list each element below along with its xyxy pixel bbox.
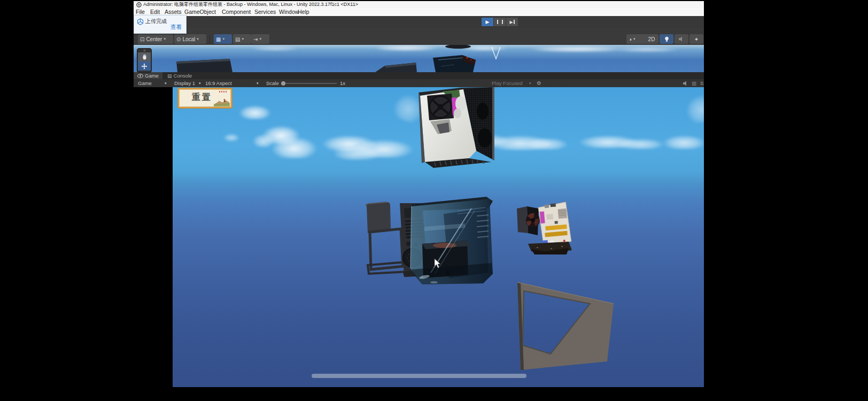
tab-game-label: Game [145, 73, 159, 79]
orientation-dropdown[interactable]: ⊙ Local ▾ [174, 34, 206, 44]
game-view-menu[interactable]: Game [138, 79, 152, 87]
tab-console[interactable]: ▤ Console [164, 72, 196, 79]
scene-3d-overview [134, 45, 704, 72]
step-button[interactable]: ▶ [506, 18, 518, 26]
cloud [253, 134, 274, 147]
display-dropdown[interactable]: Display 1 [174, 79, 195, 87]
game-view-icon [137, 74, 143, 78]
chevron-down-icon: ▾ [165, 79, 167, 87]
grid-snap-toggle[interactable]: ▦ ▾ [214, 34, 232, 44]
cloud [616, 138, 664, 149]
shaded-view-icon: ◑ [629, 36, 632, 42]
unity-window: Administrator: 电脑零件组装零件组装 - Backup - Win… [134, 1, 704, 387]
play-button[interactable]: ▶ [482, 18, 493, 26]
reset-button-label: 重置 [192, 92, 212, 103]
fan-and-motherboard[interactable] [513, 198, 577, 259]
window-titlebar[interactable]: Administrator: 电脑零件组装零件组装 - Backup - Win… [134, 1, 704, 8]
panel-tab-bar: Game ▤ Console [134, 72, 704, 79]
main-toolbar: ▶ ▶ [134, 16, 704, 28]
cloud [239, 105, 271, 119]
cloud [525, 138, 568, 150]
scene-lighting-toggle[interactable] [660, 34, 673, 44]
screen: Administrator: 电脑零件组装零件组装 - Backup - Win… [0, 0, 868, 401]
pc-case-top[interactable] [418, 87, 494, 168]
frame-debugger-icon[interactable]: ⚙ [537, 79, 541, 87]
mouse-cursor [434, 258, 441, 269]
menu-gameobject[interactable]: GameObject [184, 9, 216, 16]
scale-slider-thumb[interactable] [281, 81, 285, 86]
notification-text: 上传完成 [145, 18, 167, 25]
menu-bar: File Edit Assets GameObject Component Se… [134, 8, 704, 17]
sparkle-icon: ✦ [694, 36, 699, 42]
hand-tool-button[interactable] [138, 52, 151, 61]
scene-effects-toggle[interactable]: ✦ [689, 34, 703, 44]
grid-icon: ▤ [235, 36, 240, 42]
reset-button-watermark [219, 91, 228, 92]
scene-view-strip[interactable] [134, 45, 704, 72]
2d-label: 2D [648, 36, 655, 42]
step-bar-icon [514, 20, 515, 24]
notification-view-link[interactable]: 查看 [170, 24, 182, 31]
cloud [223, 134, 239, 141]
upload-cube-icon [137, 18, 144, 25]
scene-audio-toggle[interactable] [675, 34, 688, 44]
pivot-label: Center [146, 36, 162, 42]
upload-notification: 上传完成 查看 [134, 15, 187, 34]
mute-audio-icon[interactable] [683, 81, 688, 86]
menu-help[interactable]: Help [298, 9, 309, 16]
unity-logo-icon [136, 2, 142, 7]
chevron-down-icon: ▾ [199, 79, 201, 87]
2d-toggle[interactable]: 2D [645, 34, 658, 44]
globe-icon: ⊙ [176, 36, 181, 42]
scene-tools-overlay: ≡ [137, 48, 152, 73]
cloud [663, 135, 704, 149]
snap-move-icon: ⇥ [253, 36, 258, 42]
pause-icon [497, 20, 503, 24]
pc-case-glass[interactable] [406, 192, 494, 289]
cloud [683, 91, 704, 126]
pivot-icon: ⊡ [140, 36, 144, 42]
light-bulb-icon [664, 36, 669, 42]
chevron-down-icon: ▾ [633, 37, 636, 41]
step-icon: ▶ [509, 20, 513, 25]
chevron-down-icon: ▾ [257, 79, 259, 87]
move-tool-button[interactable] [138, 61, 151, 71]
cloud [272, 137, 317, 158]
aspect-dropdown[interactable]: 16:9 Aspect [205, 79, 232, 87]
game-render-surface[interactable]: 重置 [173, 87, 704, 387]
grid-snap-icon: ▦ [216, 36, 221, 42]
game-view-toolbar: Game ▾ Display 1 ▾ 16:9 Aspect ▾ Scale 1… [134, 79, 704, 88]
horizontal-scrollbar[interactable] [312, 374, 526, 378]
shading-mode-dropdown[interactable]: ◑ ▾ [626, 34, 646, 44]
reset-button-art [214, 97, 230, 106]
orientation-label: Local [182, 36, 195, 42]
play-icon: ▶ [486, 19, 490, 25]
move-icon [141, 63, 148, 70]
speaker-icon [679, 36, 684, 42]
chevron-down-icon: ▾ [242, 37, 244, 41]
menu-component[interactable]: Component [222, 9, 251, 16]
chevron-down-icon: ▾ [222, 37, 224, 41]
tab-game[interactable]: Game [134, 72, 162, 79]
console-icon: ▤ [167, 73, 172, 79]
overlay-handle-icon[interactable]: ≡ [137, 49, 151, 52]
scene-toolbar: ⊡ Center ▾ ⊙ Local ▾ ▦ ▾ ▤ ▾ ⇥ ▾ ◑ ▾ 2D [134, 28, 704, 45]
chevron-down-icon: ▾ [164, 37, 166, 41]
pause-button[interactable] [494, 18, 506, 26]
stats-button[interactable]: S [700, 79, 703, 87]
toolbar-separator [210, 35, 210, 43]
chevron-down-icon: ▾ [197, 37, 199, 41]
menu-services[interactable]: Services [254, 9, 276, 16]
chevron-down-icon: ▾ [529, 79, 531, 87]
cloud [333, 146, 381, 160]
pivot-dropdown[interactable]: ⊡ Center ▾ [138, 34, 173, 44]
side-panel[interactable] [513, 278, 617, 374]
grid-visibility-dropdown[interactable]: ▤ ▾ [233, 34, 251, 44]
menu-window[interactable]: Window [279, 9, 299, 16]
tab-console-label: Console [174, 73, 192, 79]
snap-increment-dropdown[interactable]: ⇥ ▾ [251, 34, 269, 44]
play-focused-dropdown[interactable]: Play Focused [492, 79, 523, 87]
stats-icon[interactable]: ▥ [692, 79, 696, 87]
scale-slider-track[interactable] [283, 83, 337, 84]
reset-button[interactable]: 重置 [178, 88, 232, 108]
